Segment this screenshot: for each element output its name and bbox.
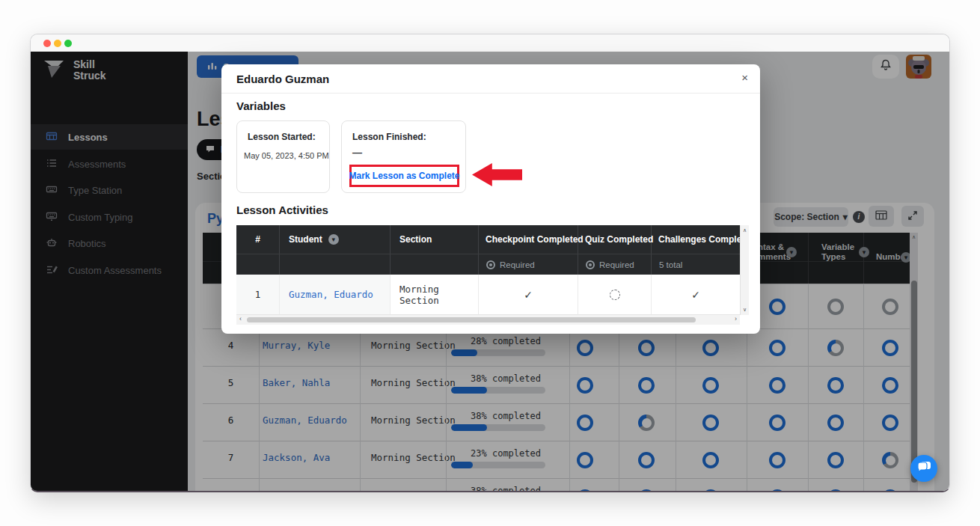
chat-bubbles-icon [917,461,931,477]
scroll-down-icon[interactable]: ∨ [741,307,749,313]
col-checkpoint: Checkpoint Completed [486,234,584,245]
app-window: Skill Struck Lessons Assessments Type St… [30,34,950,492]
row-number: 1 [236,275,280,314]
modal-table-vertical-scrollbar[interactable]: ∧ ∨ [740,225,749,315]
lesson-started-card: Lesson Started: May 05, 2023, 4:50 PM [236,120,330,193]
close-icon[interactable]: × [741,71,748,84]
pending-circle-icon [610,290,620,300]
col-quiz: Quiz Completed [585,234,653,245]
close-window-button[interactable] [43,40,51,47]
col-section: Section [399,234,432,245]
lesson-finished-label: Lesson Finished: [352,132,426,142]
modal-title: Eduardo Guzman [236,73,329,85]
activities-table-header: # Student ▾ Section Checkpoint Completed… [236,225,740,254]
minimize-window-button[interactable] [54,40,61,47]
scroll-left-icon[interactable]: ‹ [239,315,242,322]
activities-table-subheader: Required Required 5 total [236,254,740,275]
lesson-activities-table: # Student ▾ Section Checkpoint Completed… [236,225,749,325]
mark-lesson-complete-link[interactable]: Mark Lesson as Complete [349,171,459,181]
maximize-window-button[interactable] [64,40,72,47]
col-student: Student [289,234,322,245]
lesson-started-label: Lesson Started: [248,132,316,142]
scroll-right-icon[interactable]: › [735,315,737,322]
lesson-started-value: May 05, 2023, 4:50 PM [244,151,329,160]
screenshot-canvas: Skill Struck Lessons Assessments Type St… [0,0,980,526]
activities-table-row: 1 Guzman, Eduardo Morning Section ✓ ✓ [236,275,740,315]
sort-icon[interactable]: ▾ [328,234,339,245]
col-num: # [255,234,260,245]
window-titlebar [31,34,949,52]
student-name-link[interactable]: Guzman, Eduardo [289,289,373,300]
required-icon [586,260,595,269]
highlight-box: Mark Lesson as Complete [349,165,459,187]
quiz-required-label: Required [599,260,634,269]
checkpoint-required-label: Required [500,260,535,269]
checkmark-icon: ✓ [524,289,533,301]
section-cell: Morning Section [391,275,479,314]
variables-heading: Variables [236,100,286,112]
student-detail-modal: Eduardo Guzman × Variables Lesson Starte… [221,64,760,334]
lesson-finished-value: — [352,147,362,158]
challenges-total-label: 5 total [659,260,682,269]
chat-launcher-button[interactable] [910,455,937,482]
required-icon [486,260,495,269]
modal-table-horizontal-scrollbar[interactable]: ‹ › [236,315,740,325]
lesson-activities-heading: Lesson Activities [236,204,328,216]
checkmark-icon: ✓ [691,289,700,301]
scrollbar-thumb[interactable] [247,317,696,322]
scroll-up-icon[interactable]: ∧ [741,227,749,233]
lesson-finished-card: Lesson Finished: — Mark Lesson as Comple… [341,120,466,193]
